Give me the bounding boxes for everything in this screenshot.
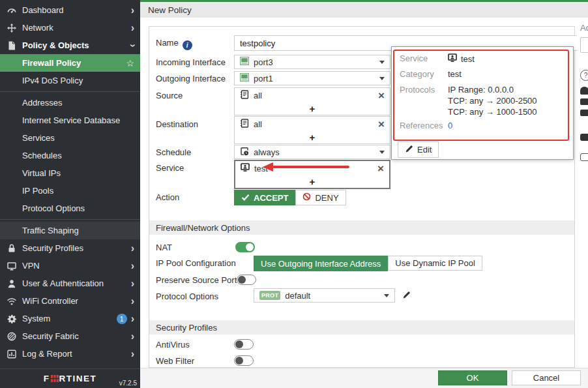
sidebar-item-label: User & Authentication (22, 278, 127, 288)
policy-document-icon (7, 40, 17, 51)
sidebar-item-label: Services (22, 133, 134, 143)
chevron-right-icon: › (131, 6, 134, 15)
form-footer: OK Cancel (140, 368, 588, 388)
source-box: all × + (234, 87, 390, 115)
user-icon (7, 278, 17, 289)
feedback-icon[interactable] (580, 153, 588, 161)
incoming-interface-value: port3 (254, 57, 273, 67)
sidebar-item-security-profiles[interactable]: Security Profiles › (0, 239, 140, 257)
rail-heading: Ad (580, 23, 588, 33)
deny-button[interactable]: DENY (295, 190, 345, 205)
destination-entry[interactable]: all × (235, 117, 390, 131)
sidebar-item-label: Network (22, 23, 127, 33)
bell-icon[interactable] (580, 87, 588, 95)
popup-category-value: test (448, 69, 462, 79)
annotation-arrow-line (272, 166, 349, 168)
sidebar-item-dashboard[interactable]: Dashboard › (0, 1, 140, 19)
monitor-icon (7, 261, 17, 271)
bar-chart-icon (7, 349, 17, 359)
cancel-button[interactable]: Cancel (512, 370, 581, 385)
sidebar-item-vpn[interactable]: VPN › (0, 257, 140, 275)
remove-icon[interactable]: × (378, 119, 385, 130)
action-buttons: ACCEPT DENY (234, 190, 346, 205)
deny-icon (302, 192, 311, 203)
main-content: Namei Incoming Interface port3 Outgoing … (140, 18, 588, 368)
sidebar-item-label: IP Pools (22, 186, 134, 196)
notification-count-badge: 1 (117, 314, 127, 324)
sidebar-item-schedules[interactable]: Schedules (0, 147, 140, 164)
sidebar-item-ipv4-dos-policy[interactable]: IPv4 DoS Policy (0, 72, 140, 89)
source-entry[interactable]: all × (235, 88, 390, 102)
popup-category-label: Category (400, 69, 434, 79)
web-filter-toggle[interactable] (234, 355, 254, 366)
accept-button[interactable]: ACCEPT (234, 190, 295, 205)
sidebar-item-label: Dashboard (22, 5, 127, 15)
chevron-right-icon: › (131, 314, 134, 323)
outgoing-interface-select[interactable]: port1 (234, 71, 390, 85)
ok-button[interactable]: OK (438, 370, 507, 385)
add-source-button[interactable]: + (235, 102, 390, 115)
sidebar-item-virtual-ips[interactable]: Virtual IPs (0, 164, 140, 182)
use-outgoing-interface-address-button[interactable]: Use Outgoing Interface Address (254, 256, 388, 271)
chevron-down-icon (379, 151, 385, 154)
nat-toggle[interactable] (235, 242, 255, 252)
chevron-right-icon: › (131, 350, 134, 359)
schedule-value: always (254, 147, 280, 157)
sidebar-item-traffic-shaping[interactable]: Traffic Shaping (0, 222, 140, 239)
gauge-icon (7, 5, 17, 16)
sidebar-item-user-authentication[interactable]: User & Authentication › (0, 275, 140, 292)
network-icon (7, 23, 17, 33)
remove-icon[interactable]: × (378, 90, 385, 101)
use-dynamic-ip-pool-button[interactable]: Use Dynamic IP Pool (388, 256, 482, 271)
incoming-interface-label: Incoming Interface (156, 57, 226, 67)
schedule-select[interactable]: always (234, 145, 390, 159)
sidebar-item-internet-service-database[interactable]: Internet Service Database (0, 112, 140, 129)
prot-badge: PROT (259, 291, 280, 300)
fortinet-logo: F RTINET (44, 374, 97, 383)
service-entry[interactable]: test × (235, 161, 389, 175)
incoming-interface-select[interactable]: port3 (234, 55, 390, 69)
chevron-right-icon: › (131, 279, 134, 288)
sidebar-item-protocol-options[interactable]: Protocol Options (0, 200, 140, 217)
edit-service-button[interactable]: Edit (398, 142, 439, 158)
add-service-button[interactable]: + (235, 175, 389, 188)
help-icon[interactable]: ? (580, 70, 588, 81)
documentation-icon[interactable] (580, 110, 588, 116)
check-icon (241, 193, 250, 203)
web-filter-label: Web Filter (156, 356, 194, 366)
annotation-arrow-head (263, 162, 273, 172)
popup-service-value: test (448, 53, 475, 64)
sidebar-item-label: Traffic Shaping (22, 226, 134, 235)
info-icon[interactable]: i (183, 40, 192, 50)
toggle-knob (238, 276, 246, 284)
sidebar-item-addresses[interactable]: Addresses (0, 94, 140, 112)
sidebar-item-security-fabric[interactable]: Security Fabric › (0, 327, 140, 345)
sidebar-item-firewall-policy[interactable]: Firewall Policy ☆ (0, 54, 140, 72)
sidebar-item-network[interactable]: Network › (0, 19, 140, 37)
sidebar-item-system[interactable]: System 1 › (0, 310, 140, 327)
favorite-star-icon[interactable]: ☆ (126, 58, 134, 68)
add-destination-button[interactable]: + (235, 131, 390, 143)
chevron-down-icon (379, 77, 385, 80)
remove-icon[interactable]: × (377, 163, 384, 174)
sidebar-item-wifi-controller[interactable]: WiFi Controller › (0, 292, 140, 310)
sidebar-item-policy-objects[interactable]: Policy & Objects › (0, 37, 140, 54)
sidebar-item-log-report[interactable]: Log & Report › (0, 345, 140, 363)
video-tutorials-icon[interactable] (580, 98, 588, 105)
sidebar-divider (0, 219, 140, 220)
sidebar-item-ip-pools[interactable]: IP Pools (0, 182, 140, 200)
antivirus-toggle[interactable] (234, 339, 254, 350)
address-icon (240, 119, 249, 130)
popup-references-link[interactable]: 0 (448, 121, 452, 130)
chevron-down-icon: › (128, 44, 137, 47)
brand-text: RTINET (59, 374, 97, 383)
preserve-source-port-toggle[interactable] (237, 275, 256, 285)
sidebar-item-services[interactable]: Services (0, 129, 140, 147)
sidebar-item-label: WiFi Controller (22, 296, 127, 306)
protocol-options-select[interactable]: PROT default (254, 288, 395, 303)
sidebar-item-label: Addresses (22, 98, 134, 108)
edit-protocol-options-icon[interactable] (402, 291, 411, 301)
chat-icon[interactable] (580, 134, 588, 141)
nat-label: NAT (156, 243, 172, 252)
address-icon (240, 90, 249, 101)
